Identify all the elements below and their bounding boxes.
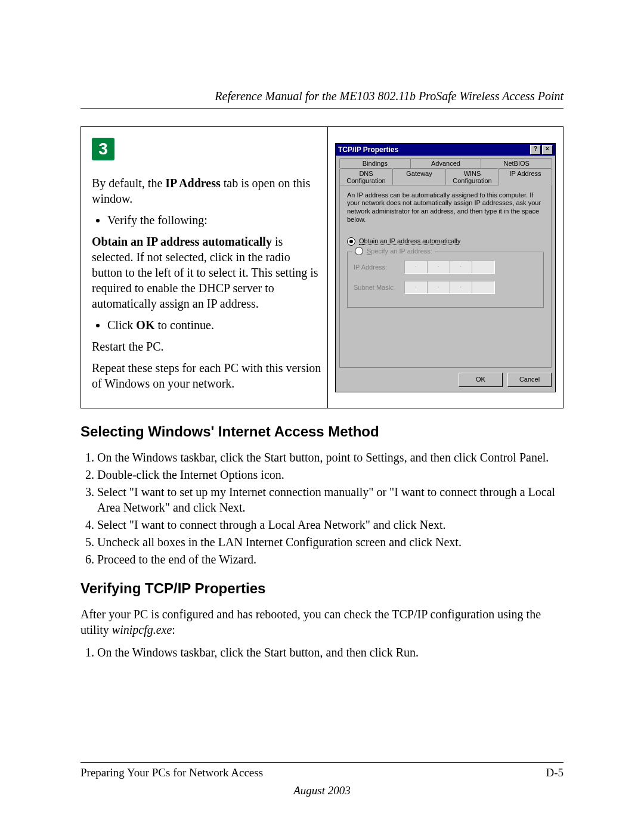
step-frame: 3 By default, the IP Address tab is open… [80,126,564,408]
intro-bold: IP Address [165,176,220,190]
footer-left: Preparing Your PCs for Network Access [80,766,263,779]
section2-intro: After your PC is configured and has rebo… [80,606,564,637]
specify-group: Specify an IP address: IP Address: ... S… [347,252,544,308]
tab-gateway[interactable]: Gateway [392,168,446,185]
tab-bindings[interactable]: Bindings [339,158,411,168]
section2-heading: Verifying TCP/IP Properties [80,580,564,597]
cancel-button[interactable]: Cancel [507,373,552,387]
list-item: Double-click the Internet Options icon. [97,467,564,482]
step-text-column: 3 By default, the IP Address tab is open… [81,127,327,408]
subnet-input[interactable]: ... [404,281,495,294]
list-item: Uncheck all boxes in the LAN Internet Co… [97,534,564,550]
radio-auto-row[interactable]: Obtain an IP address automatically [347,237,544,246]
list-item: Select "I want to set up my Internet con… [97,484,564,515]
radio-specify[interactable] [355,247,363,255]
tab-row-back: Bindings Advanced NetBIOS [339,158,552,168]
ip-address-label: IP Address: [354,264,404,271]
header-rule [80,108,564,109]
close-icon[interactable]: × [542,145,553,154]
click-suffix: to continue. [154,318,213,332]
screenshot-column: TCP/IP Properties ? × Bindings Advanced … [327,127,563,408]
radio-auto-label: Obtain an IP address automatically [359,237,460,245]
footer-rule [80,762,564,763]
list-item: Select "I want to connect through a Loca… [97,517,564,532]
list-item: Proceed to the end of the Wizard. [97,552,564,567]
tab-row-front: DNS Configuration Gateway WINS Configura… [339,168,552,185]
obtain-bold: Obtain an IP address automatically [92,235,272,248]
subnet-label: Subnet Mask: [354,284,404,291]
page-header: Reference Manual for the ME103 802.11b P… [80,89,564,103]
obtain-paragraph: Obtain an IP address automatically is se… [92,234,321,311]
dialog-titlebar: TCP/IP Properties ? × [336,144,555,156]
tcpip-dialog: TCP/IP Properties ? × Bindings Advanced … [335,143,556,392]
step-intro: By default, the IP Address tab is open o… [92,175,321,206]
tab-wins[interactable]: WINS Configuration [445,168,499,185]
tab-netbios[interactable]: NetBIOS [481,158,552,168]
section1-heading: Selecting Windows' Internet Access Metho… [80,423,564,440]
panel-description: An IP address can be automatically assig… [347,191,544,224]
tab-panel: An IP address can be automatically assig… [339,185,552,368]
ok-button[interactable]: OK [459,373,503,387]
click-prefix: Click [107,318,136,332]
restart-text: Restart the PC. [92,339,321,354]
verify-item: Verify the following: [107,212,321,228]
ip-address-input[interactable]: ... [404,261,495,274]
section2-list: On the Windows taskbar, click the Start … [80,645,564,660]
intro2-italic: winipcfg.exe [112,623,172,636]
radio-specify-label: Specify an IP address: [367,247,432,255]
dialog-title-text: TCP/IP Properties [338,145,398,154]
footer-page: D-5 [546,766,564,779]
click-ok-item: Click OK to continue. [107,317,321,333]
step-number-badge: 3 [92,138,114,160]
intro2-suffix: : [172,623,175,636]
radio-auto[interactable] [347,237,355,246]
page-footer: Preparing Your PCs for Network Access D-… [80,762,564,797]
help-icon[interactable]: ? [530,145,541,154]
tab-advanced[interactable]: Advanced [410,158,482,168]
intro-prefix: By default, the [92,176,165,190]
list-item: On the Windows taskbar, click the Start … [97,450,564,465]
click-bold: OK [136,318,154,332]
list-item: On the Windows taskbar, click the Start … [97,645,564,660]
repeat-text: Repeat these steps for each PC with this… [92,360,321,391]
tab-ipaddress[interactable]: IP Address [499,168,552,185]
tab-dns[interactable]: DNS Configuration [339,168,393,185]
section1-list: On the Windows taskbar, click the Start … [80,450,564,567]
radio-specify-row[interactable]: Specify an IP address: [352,247,435,255]
footer-date: August 2003 [80,784,564,797]
